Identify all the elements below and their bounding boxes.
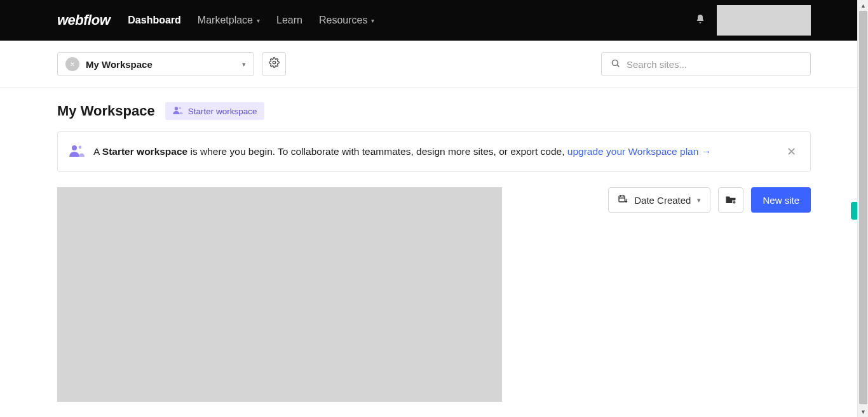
notice-middle: is where you begin. To collaborate with … bbox=[187, 146, 567, 157]
nav-learn-label: Learn bbox=[276, 15, 302, 26]
upgrade-link[interactable]: upgrade your Workspace plan → bbox=[567, 146, 711, 157]
plan-chip[interactable]: Starter workspace bbox=[165, 102, 265, 120]
plan-chip-label: Starter workspace bbox=[188, 107, 257, 116]
nav-resources[interactable]: Resources ▾ bbox=[319, 15, 374, 26]
people-icon bbox=[173, 106, 183, 116]
site-card[interactable] bbox=[57, 187, 502, 402]
sort-button[interactable]: Date Created ▾ bbox=[608, 187, 710, 213]
svg-point-6 bbox=[72, 145, 77, 150]
workspace-badge-icon bbox=[65, 57, 79, 71]
sort-label: Date Created bbox=[634, 195, 691, 206]
nav-resources-label: Resources bbox=[319, 15, 367, 26]
svg-rect-8 bbox=[619, 195, 625, 201]
calendar-sort-icon bbox=[618, 194, 628, 206]
search-icon bbox=[611, 58, 620, 70]
svg-point-1 bbox=[273, 61, 275, 63]
notice-text: A Starter workspace is where you begin. … bbox=[93, 145, 775, 159]
svg-point-5 bbox=[179, 107, 180, 109]
brand-logo[interactable]: webflow bbox=[57, 12, 110, 29]
svg-point-4 bbox=[174, 107, 177, 110]
main-content: My Workspace Starter workspace A Starter… bbox=[0, 88, 868, 416]
chevron-down-icon: ▾ bbox=[697, 196, 701, 204]
chevron-down-icon: ▾ bbox=[242, 60, 246, 69]
scroll-up-icon[interactable]: ▲ bbox=[858, 0, 868, 11]
nav-dashboard[interactable]: Dashboard bbox=[128, 15, 181, 26]
starter-notice: A Starter workspace is where you begin. … bbox=[57, 131, 811, 172]
nav-links: Dashboard Marketplace ▾ Learn Resources … bbox=[128, 15, 374, 26]
scrollbar[interactable]: ▲ ▼ bbox=[857, 0, 868, 417]
workspace-name: My Workspace bbox=[86, 59, 236, 70]
chevron-down-icon: ▾ bbox=[371, 17, 374, 24]
scrollbar-thumb[interactable] bbox=[859, 11, 867, 404]
scroll-down-icon[interactable]: ▼ bbox=[858, 406, 868, 417]
nav-marketplace-label: Marketplace bbox=[198, 15, 253, 26]
svg-point-7 bbox=[79, 145, 82, 149]
notice-prefix: A bbox=[93, 146, 102, 157]
account-menu[interactable] bbox=[717, 5, 811, 36]
notice-bold: Starter workspace bbox=[102, 146, 187, 157]
folder-plus-icon bbox=[725, 194, 736, 206]
workspace-settings-button[interactable] bbox=[262, 52, 286, 76]
people-icon bbox=[69, 144, 85, 160]
search-box[interactable] bbox=[601, 52, 811, 76]
new-site-button[interactable]: New site bbox=[751, 187, 811, 213]
svg-point-2 bbox=[613, 60, 618, 65]
nav-learn[interactable]: Learn bbox=[276, 15, 302, 26]
sites-row: Date Created ▾ New site bbox=[57, 187, 811, 402]
title-row: My Workspace Starter workspace bbox=[57, 102, 811, 120]
workspace-bar: My Workspace ▾ bbox=[0, 41, 868, 88]
nav-marketplace[interactable]: Marketplace ▾ bbox=[198, 15, 260, 26]
svg-line-3 bbox=[617, 65, 619, 67]
gear-icon bbox=[269, 57, 280, 71]
top-navbar: webflow Dashboard Marketplace ▾ Learn Re… bbox=[0, 0, 868, 41]
topnav-right bbox=[695, 5, 811, 36]
new-folder-button[interactable] bbox=[718, 187, 743, 213]
chevron-down-icon: ▾ bbox=[257, 17, 260, 24]
workspace-selector[interactable]: My Workspace ▾ bbox=[57, 52, 254, 76]
search-input[interactable] bbox=[627, 59, 801, 70]
sites-toolbar: Date Created ▾ New site bbox=[608, 187, 811, 213]
bell-icon[interactable] bbox=[695, 14, 705, 27]
nav-dashboard-label: Dashboard bbox=[128, 15, 181, 26]
page-title: My Workspace bbox=[57, 103, 155, 119]
close-icon[interactable]: ✕ bbox=[784, 142, 799, 161]
help-tab[interactable] bbox=[851, 202, 857, 220]
